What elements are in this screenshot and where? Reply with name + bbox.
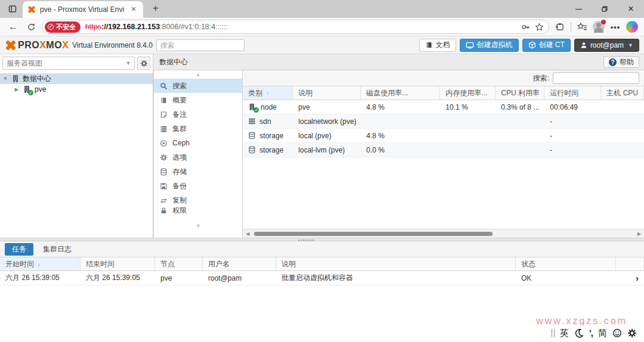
address-bar[interactable]: 不安全 https://192.168.21.153:8006/#v1:0:18… (42, 20, 549, 34)
column-header-username[interactable]: 用户名 (203, 257, 276, 271)
password-key-icon[interactable] (521, 22, 530, 31)
chevron-down-icon: ▼ (628, 42, 633, 48)
not-secure-badge[interactable]: 不安全 (45, 21, 80, 33)
grid-row-storage-local[interactable]: storage local (pve) 4.8 % - (243, 129, 644, 143)
column-header-cpu-usage[interactable]: CPU 利用率 (496, 86, 544, 100)
browser-menu-icon[interactable]: ••• (608, 20, 623, 34)
tree-item-pve[interactable]: ▶ ✓ pve (0, 84, 153, 95)
user-icon (580, 42, 587, 49)
nav-item-replication[interactable]: 复制 (154, 193, 242, 207)
profile-avatar[interactable] (593, 21, 605, 33)
nav-item-notes[interactable]: 备注 (154, 107, 242, 122)
replication-icon (160, 197, 168, 204)
pve-header: PROXMOX Virtual Environment 8.4.0 文档 创建虚… (0, 36, 644, 54)
node-online-icon: ✓ (248, 102, 257, 111)
nav-item-ceph[interactable]: Ceph (154, 136, 242, 150)
grid-row-sdn[interactable]: sdn localnetwork (pve) - (243, 114, 644, 129)
emoji-icon[interactable] (612, 328, 622, 338)
url-text[interactable]: https://192.168.21.153:8006/#v1:0:18:4::… (85, 23, 516, 31)
not-secure-label: 不安全 (56, 23, 76, 32)
nav-item-backup[interactable]: 备份 (154, 179, 242, 193)
bookmark-star-icon[interactable] (535, 22, 544, 31)
column-header-disk-usage[interactable]: 磁盘使用率... (361, 86, 440, 100)
task-detail-chevron-icon[interactable]: › (636, 273, 639, 283)
help-icon: ? (609, 58, 617, 66)
scroll-up-icon[interactable]: ▲ (154, 70, 242, 79)
ime-settings-gear-icon[interactable] (627, 328, 637, 338)
ime-simplified-toggle[interactable]: 简 (598, 325, 607, 341)
refresh-icon[interactable] (24, 20, 38, 34)
caret-expanded-icon[interactable]: ▼ (2, 76, 8, 82)
column-header-end-time[interactable]: 结束时间 (80, 257, 155, 271)
tab-tasks[interactable]: 任务 (5, 243, 33, 256)
minimize-button[interactable] (565, 0, 592, 18)
create-vm-button[interactable]: 创建虚拟机 (460, 39, 519, 52)
proxmox-x-icon (5, 39, 17, 51)
column-header-description[interactable]: 说明 (293, 86, 361, 100)
url-host: 192.168.21.153 (108, 23, 160, 31)
punctuation-icon[interactable]: ’, (589, 325, 593, 341)
column-header-host-cpu[interactable]: 主机 CPU (601, 86, 644, 100)
favorites-bar-icon[interactable] (575, 20, 589, 34)
nav-item-summary[interactable]: 概要 (154, 93, 242, 107)
search-icon (160, 82, 168, 90)
help-button[interactable]: ? 帮助 (603, 56, 639, 68)
create-ct-button[interactable]: 创建 CT (522, 39, 571, 52)
nav-item-cluster[interactable]: 集群 (154, 122, 242, 136)
main-area: 服务器视图 ▼ ▼ 数据中心 ▶ ✓ (0, 54, 644, 238)
grid-header-row: 类别↑ 说明 磁盘使用率... 内存使用率... CPU 利用率 运行时间 主机… (243, 86, 644, 100)
version-label: Virtual Environment 8.4.0 (72, 41, 153, 49)
nav-item-options[interactable]: 选项 (154, 150, 242, 164)
not-secure-icon (48, 24, 54, 30)
column-header-status[interactable]: 状态 (516, 257, 616, 271)
column-header-description[interactable]: 说明 (276, 257, 516, 271)
proxmox-logo: PROXMOX Virtual Environment 8.4.0 (5, 39, 153, 51)
tree-settings-button[interactable] (137, 57, 150, 70)
tab-actions-icon[interactable] (4, 1, 21, 17)
url-separator: :// (101, 23, 108, 31)
moon-icon[interactable] (574, 328, 584, 338)
url-path: :8006/#v1:0:18:4:::::: (160, 23, 228, 31)
column-header-start-time[interactable]: 开始时间↓ (0, 257, 80, 271)
nav-item-storage[interactable]: 存储 (154, 164, 242, 179)
scrollbar-thumb[interactable] (254, 232, 493, 236)
nav-item-permissions[interactable]: 权限 (154, 207, 242, 213)
tab-cluster-log[interactable]: 集群日志 (36, 243, 79, 256)
column-header-type[interactable]: 类别↑ (243, 86, 293, 100)
column-header-memory-usage[interactable]: 内存使用率... (440, 86, 496, 100)
scroll-down-icon[interactable]: ▼ (154, 213, 242, 238)
nav-item-search[interactable]: 搜索 (154, 79, 242, 93)
ime-toolbar[interactable]: 英 ’, 简 (549, 325, 642, 341)
global-search-input[interactable] (156, 39, 244, 51)
panel-splitter[interactable] (0, 238, 644, 241)
new-tab-button[interactable]: + (148, 1, 163, 17)
column-header-uptime[interactable]: 运行时间 (544, 86, 601, 100)
tab-close-icon[interactable]: × (129, 5, 138, 14)
extensions-icon[interactable] (553, 20, 567, 34)
scroll-right-icon[interactable]: ▶ (636, 231, 642, 237)
grid-row-storage-local-lvm[interactable]: storage local-lvm (pve) 0.0 % - (243, 143, 644, 157)
datacenter-nav: ▲ 搜索 概要 备注 集群 (153, 70, 243, 238)
browser-tab[interactable]: pve - Proxmox Virtual Environmen × (23, 1, 143, 18)
grid-search-input[interactable] (553, 72, 639, 84)
toolbar-divider (571, 22, 571, 32)
ime-drag-handle[interactable] (552, 329, 555, 337)
documentation-button[interactable]: 文档 (419, 39, 456, 52)
caret-collapsed-icon[interactable]: ▶ (14, 86, 20, 92)
horizontal-scrollbar[interactable]: ◀ ▶ (243, 229, 644, 238)
close-button[interactable]: × (618, 0, 644, 18)
task-row[interactable]: 六月 26 15:39:05 六月 26 15:39:05 pve root@p… (0, 271, 644, 285)
ime-language-toggle[interactable]: 英 (560, 325, 569, 341)
user-menu-button[interactable]: root@pam ▼ (574, 39, 639, 52)
view-selector[interactable]: 服务器视图 ▼ (2, 57, 135, 70)
grid-row-node-pve[interactable]: ✓ node pve 4.8 % 10.1 % 0.3% of 8 ... 00… (243, 100, 644, 114)
tree-item-datacenter[interactable]: ▼ 数据中心 (0, 73, 153, 84)
copilot-icon[interactable] (626, 21, 638, 33)
book-icon (425, 41, 433, 49)
scroll-left-icon[interactable]: ◀ (244, 231, 250, 237)
tree-item-label: 数据中心 (23, 74, 51, 84)
restore-button[interactable] (592, 0, 618, 18)
notification-dot (601, 20, 606, 24)
back-icon[interactable]: ← (6, 20, 20, 34)
column-header-node[interactable]: 节点 (155, 257, 203, 271)
